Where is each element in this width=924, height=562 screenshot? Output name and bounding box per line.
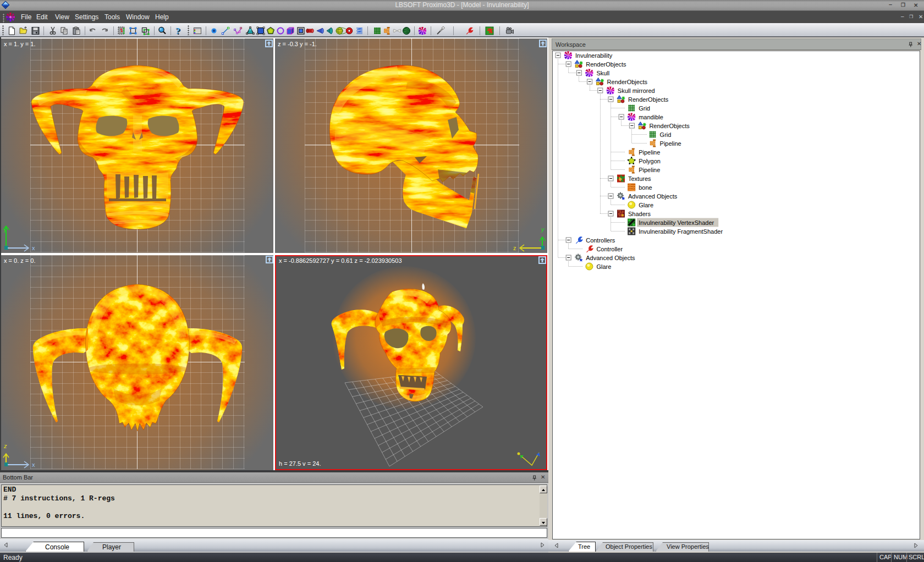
svg-text:Invulnerability VertexShader: Invulnerability VertexShader bbox=[639, 219, 714, 226]
svg-text:Shaders: Shaders bbox=[628, 211, 651, 217]
svg-text:RenderObjects: RenderObjects bbox=[649, 123, 690, 129]
svg-text:Glare: Glare bbox=[596, 263, 611, 270]
svg-text:Pipeline: Pipeline bbox=[639, 149, 660, 156]
svg-text:Textures: Textures bbox=[628, 175, 651, 182]
svg-text:Advanced Objects: Advanced Objects bbox=[628, 193, 678, 200]
svg-text:x: x bbox=[32, 245, 35, 251]
svg-text:Advanced Objects: Advanced Objects bbox=[586, 255, 635, 261]
svg-text:z: z bbox=[3, 443, 7, 449]
svg-text:Skull: Skull bbox=[596, 70, 609, 76]
svg-text:RenderObjects: RenderObjects bbox=[586, 61, 626, 68]
svg-text:Polygon: Polygon bbox=[639, 158, 661, 164]
svg-text:Pipeline: Pipeline bbox=[639, 167, 660, 173]
svg-text:Skull mirrored: Skull mirrored bbox=[618, 87, 655, 94]
svg-text:mandible: mandible bbox=[639, 114, 663, 120]
svg-text:z: z bbox=[513, 245, 516, 251]
svg-text:Controllers: Controllers bbox=[586, 237, 615, 244]
svg-text:Glare: Glare bbox=[639, 202, 653, 208]
svg-text:Invulnerability: Invulnerability bbox=[575, 52, 613, 59]
svg-text:bone: bone bbox=[639, 184, 652, 191]
svg-text:y: y bbox=[541, 226, 545, 233]
svg-text:Grid: Grid bbox=[660, 131, 672, 138]
svg-text:Pipeline: Pipeline bbox=[660, 140, 681, 147]
svg-text:Controller: Controller bbox=[596, 246, 623, 252]
svg-text:x: x bbox=[32, 461, 35, 468]
svg-text:Grid: Grid bbox=[639, 105, 650, 112]
svg-text:RenderObjects: RenderObjects bbox=[628, 96, 669, 103]
svg-text:RenderObjects: RenderObjects bbox=[607, 79, 648, 85]
svg-text:Invulnerability FragmentShader: Invulnerability FragmentShader bbox=[639, 228, 723, 235]
